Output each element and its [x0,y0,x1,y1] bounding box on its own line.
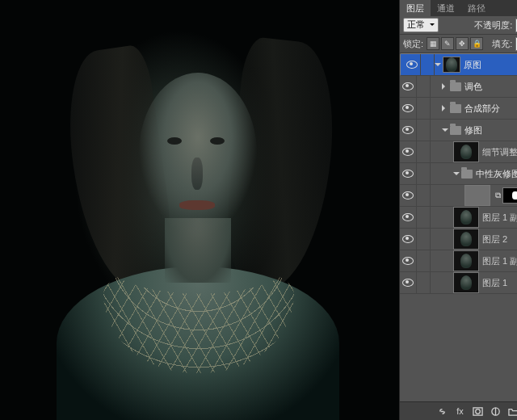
disclosure-triangle-icon[interactable] [435,63,441,69]
visibility-toggle[interactable] [400,185,417,206]
blend-mode-select[interactable]: 正常 [403,18,439,32]
lock-cell [417,76,431,97]
lock-transparent-icon[interactable]: ▦ [427,37,439,50]
eye-icon [402,279,414,287]
eye-icon [402,213,414,221]
lock-position-icon[interactable]: ✥ [456,37,469,50]
fill-label: 填充: [492,38,512,50]
eye-icon [402,82,414,90]
opacity-label: 不透明度: [474,19,512,32]
layer-name[interactable]: 细节调整 [482,146,517,158]
svg-point-1 [476,409,481,414]
layer-row[interactable]: 图层 1 副本 2 [400,207,517,229]
adjustment-layer-icon[interactable] [489,405,502,418]
visibility-toggle[interactable] [400,141,417,162]
lock-cell [421,54,435,75]
visibility-toggle[interactable] [400,76,417,97]
panel-tabs: 图层 通道 路径 ≡ [400,0,517,16]
eye-icon [406,61,418,69]
eye-icon [402,191,414,200]
layer-group[interactable]: 修图 [400,120,517,141]
visibility-toggle[interactable] [400,272,417,293]
link-icon: ⧉ [495,191,501,200]
lock-all-icon[interactable]: 🔒 [470,37,483,50]
add-mask-icon[interactable] [471,405,484,418]
lock-row: 锁定: ▦ ✎ ✥ 🔒 填充: 100% [400,35,517,53]
layer-thumbnail [453,272,479,293]
layer-group[interactable]: 中性灰修图 [400,163,517,185]
lock-icons: ▦ ✎ ✥ 🔒 [427,37,483,50]
layer-thumbnail [443,57,460,73]
portrait-photo [0,0,399,420]
mask-thumbnail[interactable] [502,187,517,204]
disclosure-triangle-icon[interactable] [453,172,460,178]
layers-panel: 图层 通道 路径 ≡ 正常 不透明度: 100% 锁定: ▦ ✎ ✥ 🔒 填充:… [399,0,517,420]
lock-cell [417,98,431,119]
layer-name[interactable]: 图层 2 [482,233,507,246]
lock-cell [417,163,431,184]
disclosure-triangle-icon[interactable] [442,83,448,90]
eye-icon [402,257,414,265]
tab-channels[interactable]: 通道 [431,0,461,16]
layer-row[interactable]: 图层 1 副本 [400,250,517,272]
visibility-toggle[interactable] [400,229,417,250]
layer-name[interactable]: 调色 [464,81,482,93]
visibility-toggle[interactable] [400,120,417,141]
disclosure-triangle-icon[interactable] [442,105,448,111]
layer-row[interactable]: 图层 1 [400,272,517,294]
lock-cell [417,272,431,293]
folder-icon [450,126,461,135]
eye-icon [402,104,414,112]
layer-thumbnail [453,141,479,162]
folder-icon [461,170,473,178]
layer-row[interactable]: ⧉图层 1 ... [400,185,517,207]
layer-thumbnail [453,207,479,228]
lock-label: 锁定: [403,38,423,50]
layer-group[interactable]: 原图 [400,53,517,76]
layer-group[interactable]: 调色 [400,76,517,98]
layer-group[interactable]: 合成部分 [400,98,517,120]
layer-name[interactable]: 图层 1 [482,277,507,289]
tab-layers[interactable]: 图层 [400,0,431,16]
lock-cell [417,250,431,271]
visibility-toggle[interactable] [400,98,417,119]
eye-icon [402,148,414,156]
visibility-toggle[interactable] [400,250,417,271]
lock-cell [417,185,431,206]
eye-icon [402,170,414,178]
visibility-toggle[interactable] [400,207,417,228]
layer-name[interactable]: 图层 1 副本 2 [482,212,517,224]
tab-paths[interactable]: 路径 [461,0,492,16]
folder-icon [450,82,461,91]
visibility-toggle[interactable] [404,54,421,75]
lock-cell [417,207,431,228]
layer-list[interactable]: 原图调色合成部分修图细节调整中性灰修图⧉图层 1 ...图层 1 副本 2图层 … [400,53,517,401]
eye-icon [402,235,414,243]
layer-thumbnail [453,229,479,250]
layer-row[interactable]: 图层 2 [400,229,517,250]
panel-footer: fx [400,401,517,420]
layer-name[interactable]: 修图 [464,124,482,136]
link-layers-icon[interactable] [435,405,448,418]
visibility-toggle[interactable] [400,163,417,184]
lock-pixels-icon[interactable]: ✎ [441,37,454,50]
layer-name[interactable]: 图层 1 副本 [482,255,517,267]
document-canvas[interactable] [0,0,399,420]
blend-row: 正常 不透明度: 100% [400,16,517,35]
layer-thumbnail [453,250,479,271]
folder-icon [450,104,461,113]
layer-name[interactable]: 合成部分 [464,103,500,115]
layer-name[interactable]: 中性灰修图 [476,168,517,180]
new-group-icon[interactable] [506,405,517,418]
fx-icon[interactable]: fx [453,405,466,418]
layer-name[interactable]: 原图 [464,59,481,71]
disclosure-triangle-icon[interactable] [442,128,448,135]
layer-row[interactable]: 细节调整 [400,141,517,163]
lock-cell [417,229,431,250]
layer-thumbnail [464,185,490,206]
lock-cell [417,141,431,162]
lock-cell [417,120,431,141]
eye-icon [402,126,414,134]
